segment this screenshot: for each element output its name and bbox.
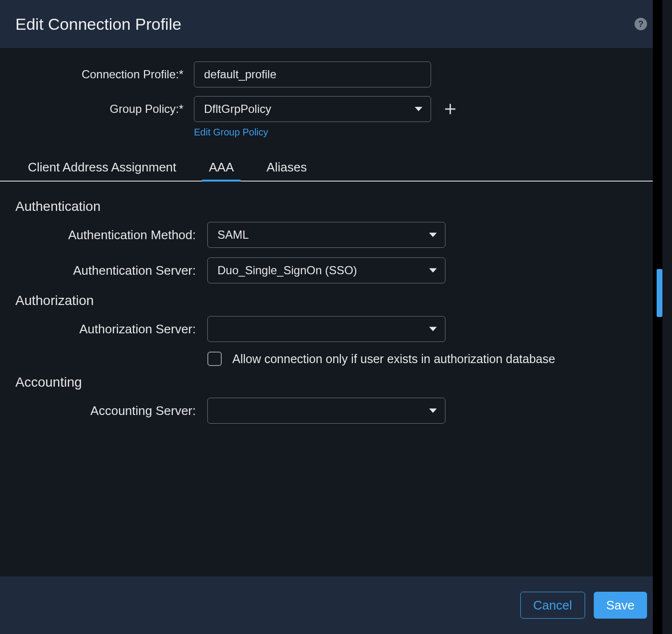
authentication-method-label: Authentication Method: <box>15 228 207 243</box>
add-group-policy-button[interactable] <box>441 99 460 119</box>
accounting-heading: Accounting <box>15 375 647 390</box>
connection-profile-input[interactable] <box>194 61 431 87</box>
authentication-heading: Authentication <box>15 199 647 214</box>
allow-only-if-exists-checkbox[interactable] <box>207 352 222 366</box>
cancel-button[interactable]: Cancel <box>520 592 585 619</box>
tab-aliases[interactable]: Aliases <box>264 155 309 181</box>
help-icon[interactable]: ? <box>635 18 647 30</box>
authentication-server-select[interactable]: Duo_Single_SignOn (SSO) <box>207 257 445 283</box>
group-policy-value: DfltGrpPolicy <box>204 102 271 116</box>
authorization-heading: Authorization <box>15 293 647 308</box>
authentication-method-value: SAML <box>217 228 249 242</box>
group-policy-label: Group Policy:* <box>15 102 194 116</box>
scrollbar[interactable] <box>653 0 662 634</box>
connection-profile-label: Connection Profile:* <box>15 68 194 81</box>
tabs: Client Address Assignment AAA Aliases <box>0 155 662 182</box>
allow-only-if-exists-label: Allow connection only if user exists in … <box>232 352 555 366</box>
scroll-thumb-accent <box>657 269 662 317</box>
authentication-method-select[interactable]: SAML <box>207 222 445 248</box>
accounting-server-select[interactable] <box>207 398 445 424</box>
save-button[interactable]: Save <box>594 592 647 619</box>
dialog-title: Edit Connection Profile <box>15 15 181 34</box>
authentication-server-value: Duo_Single_SignOn (SSO) <box>217 264 357 277</box>
authorization-server-label: Authorization Server: <box>15 322 207 337</box>
tab-aaa[interactable]: AAA <box>207 155 236 181</box>
edit-group-policy-link[interactable]: Edit Group Policy <box>194 127 268 137</box>
titlebar: Edit Connection Profile ? <box>0 0 662 48</box>
accounting-server-label: Accounting Server: <box>15 403 207 418</box>
group-policy-select[interactable]: DfltGrpPolicy <box>194 96 431 122</box>
tab-client-address-assignment[interactable]: Client Address Assignment <box>26 155 178 181</box>
footer: Cancel Save <box>0 576 662 634</box>
authentication-server-label: Authentication Server: <box>15 263 207 278</box>
authorization-server-select[interactable] <box>207 316 445 342</box>
